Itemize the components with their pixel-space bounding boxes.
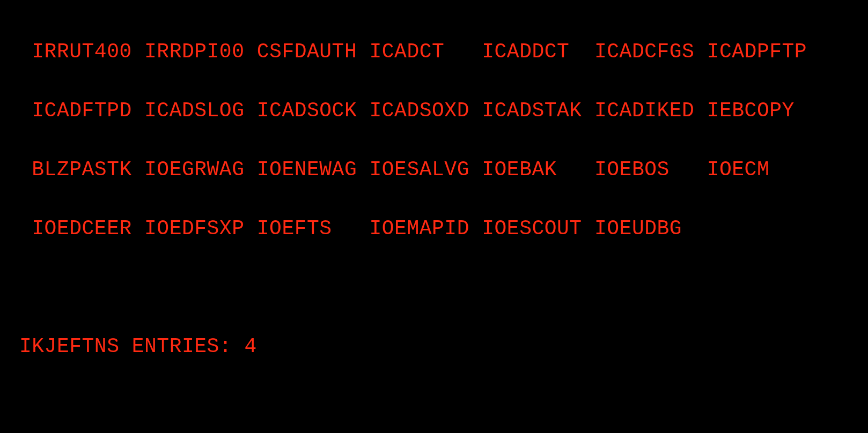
module-row-3: BLZPASTK IOEGRWAG IOENEWAG IOESALVG IOEB… (19, 158, 769, 181)
module-row-1: IRRUT400 IRRDPI00 CSFDAUTH ICADCT ICADDC… (19, 40, 807, 63)
module-row-4: IOEDCEER IOEDFSXP IOEFTS IOEMAPID IOESCO… (19, 217, 682, 240)
terminal-screen: IRRUT400 IRRDPI00 CSFDAUTH ICADCT ICADDC… (0, 0, 868, 433)
ikjeftns-header: IKJEFTNS ENTRIES: 4 (19, 335, 257, 358)
module-row-2: ICADFTPD ICADSLOG ICADSOCK ICADSOXD ICAD… (19, 99, 795, 122)
